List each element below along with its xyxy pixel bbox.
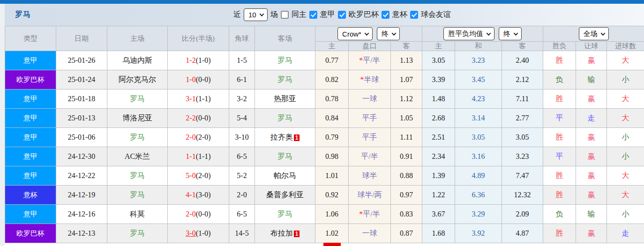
goals-result-cell: 大: [607, 186, 644, 205]
home-team-link[interactable]: 罗马: [130, 171, 145, 179]
handicap-value: 平/半: [363, 56, 380, 64]
avg-away-cell: 2.12: [502, 70, 543, 89]
avg-time-select[interactable]: 终: [499, 27, 522, 40]
odds-company-select[interactable]: Crow*: [337, 27, 373, 40]
home-team-link[interactable]: AC米兰: [125, 152, 150, 160]
away-team-link[interactable]: 桑普多利亚: [266, 191, 304, 199]
avg-away-cell: 4.87: [502, 224, 543, 243]
result-cell: 胜: [543, 51, 576, 70]
home-team-cell: 罗马: [107, 166, 168, 186]
league-type-cell: 意甲: [5, 205, 56, 224]
handicap-value: 一球: [362, 95, 377, 103]
result-cell: 胜: [543, 224, 576, 243]
home-team-link[interactable]: 罗马: [130, 95, 145, 103]
away-team-link[interactable]: 热那亚: [274, 95, 296, 103]
match-scope-select[interactable]: 全场: [579, 27, 609, 40]
away-team-link[interactable]: 布拉加: [270, 229, 293, 237]
away-team-link[interactable]: 罗马: [277, 56, 292, 64]
fulltime-score-link[interactable]: 1-1: [186, 152, 195, 160]
matches-count-select[interactable]: 10: [244, 8, 268, 21]
handicap-result-value: 赢: [588, 133, 595, 141]
odds-away-cell: 0.91: [391, 147, 422, 166]
chevron-down-icon: [514, 31, 518, 36]
league-type-cell: 意杯: [5, 186, 56, 205]
home-team-link[interactable]: 罗马: [130, 229, 145, 237]
home-team-link[interactable]: 乌迪内斯: [122, 56, 152, 64]
score-cell: 2-0(0-0): [168, 205, 229, 224]
fulltime-score-link[interactable]: 2-2: [186, 114, 195, 122]
away-team-link[interactable]: 罗马: [277, 75, 292, 83]
home-team-link[interactable]: 罗马: [130, 191, 145, 199]
sub-header-handicap-result: 让球: [576, 42, 607, 51]
league-type-cell: 欧罗巴杯: [5, 224, 56, 243]
goals-result-cell: 小: [607, 147, 644, 166]
fulltime-score-link[interactable]: 5-0: [186, 171, 195, 179]
fulltime-score-link[interactable]: 2-0: [186, 133, 195, 141]
fulltime-score-link[interactable]: 1-0: [186, 75, 195, 83]
handicap-result-value: 走: [588, 114, 595, 122]
score-cell: 3-0(1-0): [168, 224, 229, 243]
checkbox-club-friendly[interactable]: [410, 11, 418, 19]
away-team-link[interactable]: 拉齐奥: [270, 133, 293, 141]
same-venue-checkbox[interactable]: [281, 11, 289, 19]
odds-home-cell: 1.01: [315, 166, 349, 186]
avg-away-cell: 3.23: [502, 147, 543, 166]
odds-away-cell: 0.87: [391, 224, 422, 243]
halftime-score: (1-1): [196, 95, 211, 103]
table-row: 意甲 25-01-06 罗马 2-0(2-0) 3-10 拉齐奥1 0.79 平…: [5, 128, 644, 147]
handicap-cell: 一球: [349, 89, 391, 109]
odds-time-select-1[interactable]: 终: [377, 27, 400, 40]
home-team-link[interactable]: 科莫: [130, 210, 145, 218]
goals-result-cell: 大: [607, 51, 644, 70]
handicap-result-value: 赢: [588, 95, 595, 103]
away-team-link[interactable]: 罗马: [277, 152, 292, 160]
halftime-score: (2-0): [196, 171, 211, 179]
halftime-score: (2-0): [196, 133, 211, 141]
away-team-link[interactable]: 罗马: [277, 114, 292, 122]
handicap-value: 一球: [362, 229, 377, 237]
odds-home-cell: 0.79: [315, 128, 349, 147]
avg-home-cell: 2.34: [422, 147, 455, 166]
fulltime-score-link[interactable]: 3-1: [186, 95, 195, 103]
league-type-cell: 意甲: [5, 128, 56, 147]
checkbox-coppa-italia[interactable]: [382, 11, 389, 19]
checkbox-europa-league[interactable]: [338, 11, 346, 19]
away-team-cell: 罗马: [255, 109, 315, 128]
result-cell: 胜: [543, 89, 576, 109]
fulltime-score-link[interactable]: 4-1: [186, 191, 195, 199]
handicap-result-cell: 赢: [576, 51, 607, 70]
result-value: 胜: [556, 95, 563, 103]
result-value: 负: [556, 210, 563, 218]
avg-home-cell: 1.39: [422, 166, 455, 186]
avg-away-cell: 2.77: [502, 109, 543, 128]
home-team-link[interactable]: 罗马: [130, 133, 145, 141]
home-team-link[interactable]: 博洛尼亚: [122, 114, 152, 122]
corners-cell: 6-5: [229, 147, 255, 166]
avg-draw-cell: 3.23: [455, 51, 502, 70]
away-team-link[interactable]: 罗马: [277, 210, 292, 218]
fulltime-score-link[interactable]: 3-0: [186, 229, 195, 237]
date-cell: 25-01-13: [56, 109, 107, 128]
away-team-link[interactable]: 帕尔马: [274, 171, 296, 179]
checkbox-seriea[interactable]: [309, 11, 317, 19]
handicap-cell: *半球: [349, 70, 391, 89]
handicap-value: 平手: [362, 133, 377, 141]
home-team-cell: 罗马: [107, 224, 168, 243]
handicap-value: 平/半: [363, 210, 380, 218]
home-team-link[interactable]: 阿尔克马尔: [119, 75, 156, 83]
avg-type-select[interactable]: 胜平负均值: [443, 27, 494, 40]
checkbox-club-friendly-label: 球会友谊: [421, 10, 451, 20]
sub-header-avg-away: 客: [502, 42, 543, 51]
handicap-cell: 球半/两: [349, 186, 391, 205]
league-type-cell: 意甲: [5, 109, 56, 128]
fulltime-score-link[interactable]: 1-2: [186, 56, 195, 64]
handicap-cell: 平手: [349, 128, 391, 147]
fulltime-score-link[interactable]: 2-0: [186, 210, 195, 218]
handicap-result-cell: 赢: [576, 186, 607, 205]
goals-result-value: 大: [622, 171, 629, 179]
result-value: 胜: [556, 133, 563, 141]
league-type-cell: 意甲: [5, 166, 56, 186]
handicap-result-value: 赢: [588, 56, 595, 64]
corners-cell: 5-2: [229, 166, 255, 186]
goals-result-cell: 走: [607, 224, 644, 243]
